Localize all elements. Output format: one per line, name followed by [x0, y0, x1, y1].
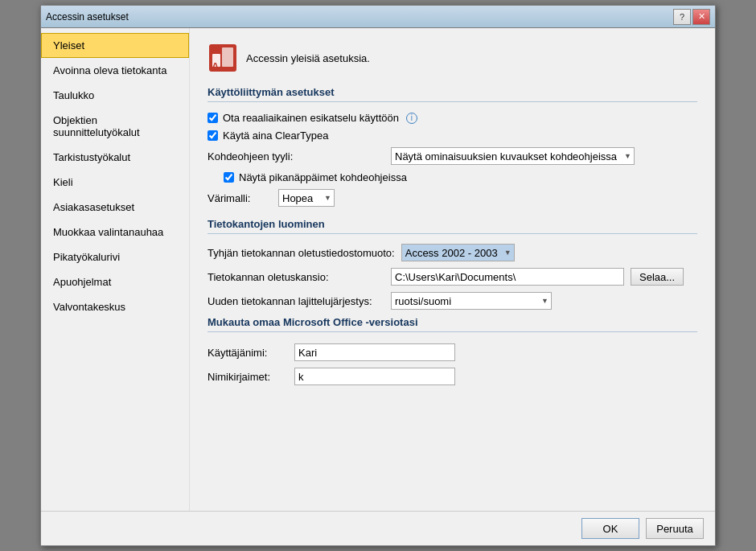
default-format-row: Tyhjän tietokannan oletustiedostomuoto: …: [207, 244, 697, 261]
initials-label: Nimikirjaimet:: [207, 371, 288, 383]
folder-label: Tietokannan oletuskansio:: [207, 271, 384, 283]
ui-settings-header: Käyttöliittymän asetukset: [207, 86, 697, 102]
sidebar-item-tarkistus[interactable]: Tarkistustyökalut: [41, 145, 189, 170]
folder-input[interactable]: [391, 268, 624, 286]
default-format-label: Tyhjän tietokannan oletustiedostomuoto:: [207, 247, 395, 259]
sidebar-item-valvonta[interactable]: Valvontakeskus: [41, 294, 189, 319]
checkbox-realtime-label: Ota reaaliaikainen esikatselu käyttöön: [223, 112, 399, 124]
sidebar-item-muokkaa[interactable]: Muokkaa valintanauhaa: [41, 220, 189, 245]
sidebar-item-objektien[interactable]: Objektien suunnittelutyökalut: [41, 108, 189, 145]
color-label: Värimalli:: [207, 192, 272, 204]
browse-button[interactable]: Selaa...: [631, 268, 684, 286]
initials-row: Nimikirjaimet:: [207, 368, 697, 385]
svg-text:A: A: [212, 60, 220, 72]
sidebar: Yleiset Avoinna oleva tietokanta Taulukk…: [41, 28, 190, 511]
ok-button[interactable]: OK: [581, 518, 639, 539]
checkbox-realtime-row: Ota reaaliaikainen esikatselu käyttöön i: [207, 112, 697, 124]
cancel-button[interactable]: Peruuta: [646, 518, 704, 539]
sidebar-item-yleiset[interactable]: Yleiset: [41, 33, 189, 58]
username-row: Käyttäjänimi:: [207, 343, 697, 361]
tooltip-style-dropdown-wrap: Näytä ominaisuuksien kuvaukset kohdeohje…: [391, 147, 635, 165]
app-header-text: Accessin yleisiä asetuksia.: [246, 52, 370, 64]
checkbox-shortcuts-row: Näytä pikanäppäimet kohdeohjeissa: [224, 171, 697, 183]
default-format-select[interactable]: Access 2000 Access 2002 - 2003 Access 20…: [401, 244, 515, 261]
window-title: Accessin asetukset: [46, 11, 129, 23]
help-button[interactable]: ?: [673, 9, 691, 25]
main-content: A Accessin yleisiä asetuksia. Käyttöliit…: [190, 28, 715, 511]
tooltip-style-select[interactable]: Näytä ominaisuuksien kuvaukset kohdeohje…: [391, 147, 635, 165]
svg-rect-2: [222, 47, 233, 67]
username-input[interactable]: [294, 343, 455, 361]
default-format-dropdown-wrap: Access 2000 Access 2002 - 2003 Access 20…: [401, 244, 515, 261]
checkbox-cleartype[interactable]: [207, 130, 218, 141]
app-header: A Accessin yleisiä asetuksia.: [207, 43, 697, 73]
dialog-body: Yleiset Avoinna oleva tietokanta Taulukk…: [41, 28, 715, 511]
title-bar: Accessin asetukset ? ✕: [41, 6, 715, 28]
color-select[interactable]: Hopea Sininen Musta: [278, 189, 335, 207]
title-bar-buttons: ? ✕: [673, 9, 710, 25]
sort-order-dropdown-wrap: ruotsi/suomi suomi englanti: [391, 292, 552, 310]
sort-order-label: Uuden tietokannan lajittelujärjestys:: [207, 295, 384, 307]
sidebar-item-taulukko[interactable]: Taulukko: [41, 83, 189, 108]
info-icon[interactable]: i: [406, 113, 417, 124]
tooltip-style-row: Kohdeohjeen tyyli: Näytä ominaisuuksien …: [207, 147, 697, 165]
tooltip-style-label: Kohdeohjeen tyyli:: [207, 150, 384, 162]
personalize-header: Mukauta omaa Microsoft Office -versiotas…: [207, 316, 697, 332]
sidebar-item-avoinna[interactable]: Avoinna oleva tietokanta: [41, 58, 189, 83]
sidebar-item-asiakas[interactable]: Asiakasasetukset: [41, 195, 189, 220]
color-dropdown-wrap: Hopea Sininen Musta: [278, 189, 335, 207]
dialog-window: Accessin asetukset ? ✕ Yleiset Avoinna o…: [40, 5, 716, 546]
access-app-icon: A: [207, 43, 238, 73]
username-label: Käyttäjänimi:: [207, 347, 288, 359]
checkbox-realtime[interactable]: [207, 113, 218, 123]
checkbox-cleartype-label: Käytä aina ClearTypea: [223, 130, 329, 142]
checkbox-shortcuts-label: Näytä pikanäppäimet kohdeohjeissa: [239, 171, 407, 183]
folder-row: Tietokannan oletuskansio: Selaa...: [207, 268, 697, 286]
checkbox-shortcuts[interactable]: [224, 172, 234, 183]
checkbox-cleartype-row: Käytä aina ClearTypea: [207, 130, 697, 142]
close-button[interactable]: ✕: [692, 9, 710, 25]
dialog-footer: OK Peruuta: [41, 511, 715, 545]
sidebar-item-kieli[interactable]: Kieli: [41, 170, 189, 195]
db-creation-header: Tietokantojen luominen: [207, 218, 697, 234]
initials-input[interactable]: [294, 368, 455, 385]
color-row: Värimalli: Hopea Sininen Musta: [207, 189, 697, 207]
sidebar-item-apuohj[interactable]: Apuohjelmat: [41, 269, 189, 294]
sort-order-select[interactable]: ruotsi/suomi suomi englanti: [391, 292, 552, 310]
sidebar-item-pikaty[interactable]: Pikatyökalurivi: [41, 245, 189, 269]
sort-order-row: Uuden tietokannan lajittelujärjestys: ru…: [207, 292, 697, 310]
